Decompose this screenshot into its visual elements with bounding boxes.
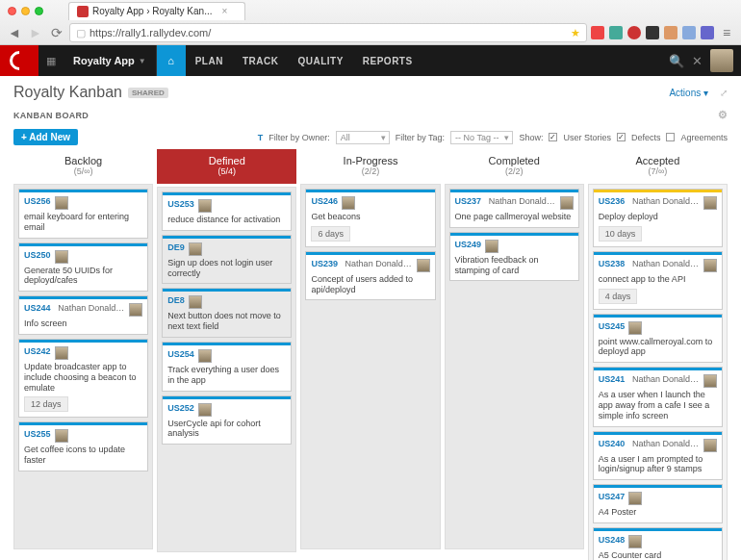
home-button[interactable]: ⌂ <box>157 45 186 76</box>
card[interactable]: US242Update broadcaster app to include c… <box>18 339 148 418</box>
card[interactable]: US246Get beacons6 days <box>305 189 435 247</box>
card-id[interactable]: DE8 <box>167 295 185 305</box>
card-title: A4 Poster <box>599 507 717 518</box>
card-id[interactable]: DE9 <box>167 242 185 252</box>
nav-track[interactable]: TRACK <box>233 45 289 76</box>
card-id[interactable]: US244 <box>24 303 51 313</box>
card-id[interactable]: US239 <box>311 259 338 268</box>
card[interactable]: US255Get coffee icons to update faster <box>18 421 148 471</box>
menu-icon[interactable]: ≡ <box>718 24 735 41</box>
column-body[interactable]: US237Nathan DonaldsonOne page callmeroya… <box>445 184 584 549</box>
card-title: A5 Counter card <box>599 550 717 560</box>
card-id[interactable]: US255 <box>24 429 51 439</box>
chevron-down-icon: ▼ <box>139 57 146 65</box>
card[interactable]: US241Nathan DonaldsonAs a user when I la… <box>593 367 723 426</box>
column-title: Accepted <box>590 155 726 166</box>
filter-owner-select[interactable]: All <box>336 131 390 144</box>
show-label: Show: <box>519 133 543 142</box>
card[interactable]: US238Nathan Donaldsonconnect app to the … <box>593 251 723 310</box>
card[interactable]: DE9Sign up does not login user correctly <box>162 235 292 285</box>
card-id[interactable]: US256 <box>24 196 51 206</box>
card[interactable]: US252UserCycle api for cohort analysis <box>162 395 292 445</box>
checkbox-agreements[interactable] <box>666 133 675 141</box>
card-id[interactable]: US241 <box>599 374 626 384</box>
card-avatar <box>485 240 498 253</box>
card[interactable]: US254Track everything a user does in the… <box>162 342 292 392</box>
card[interactable]: US236Nathan DonaldsonDeploy deployd10 da… <box>593 189 723 247</box>
card-title: Sign up does not login user correctly <box>167 258 286 279</box>
reload-icon[interactable]: ⟳ <box>48 24 65 41</box>
card[interactable]: US247A4 Poster <box>593 484 723 523</box>
card-owner: Nathan Donaldson <box>58 303 125 313</box>
extension-icons[interactable] <box>591 26 714 39</box>
card-title: Get coffee icons to update faster <box>24 445 142 466</box>
filter-icon[interactable]: T <box>258 133 264 142</box>
card-id[interactable]: US252 <box>167 403 194 413</box>
card-avatar <box>703 439 717 452</box>
card-id[interactable]: US254 <box>167 349 194 359</box>
shared-badge: SHARED <box>128 88 168 98</box>
card-avatar <box>342 196 355 210</box>
card-id[interactable]: US250 <box>24 250 51 260</box>
tools-icon[interactable]: ✕ <box>692 54 703 68</box>
card-id[interactable]: US237 <box>455 196 482 206</box>
app-switcher[interactable]: Royalty App ▼ <box>64 45 157 76</box>
card[interactable]: US256email keyboard for entering email <box>18 189 148 239</box>
add-new-button[interactable]: + Add New <box>13 129 78 145</box>
checkbox-user-stories[interactable] <box>549 133 557 141</box>
card[interactable]: US249Vibration feedback on stamping of c… <box>449 232 579 282</box>
card-id[interactable]: US253 <box>167 199 194 209</box>
card-title: Info screen <box>24 318 142 329</box>
column-body[interactable]: US256email keyboard for entering emailUS… <box>13 184 153 549</box>
star-icon[interactable]: ★ <box>571 27 580 39</box>
column-header: In-Progress(2/2) <box>300 149 440 184</box>
nav-reports[interactable]: REPORTS <box>353 45 422 76</box>
card[interactable]: US250Generate 50 UUIDs for deployd/cafes <box>18 242 148 293</box>
card-avatar <box>703 259 717 272</box>
workspace-icon[interactable]: ▦ <box>38 55 64 67</box>
card-id[interactable]: US248 <box>599 535 626 545</box>
back-icon[interactable]: ◄ <box>6 24 23 41</box>
home-icon: ⌂ <box>167 55 174 66</box>
browser-tab[interactable]: Royalty App › Royalty Kan... × <box>68 2 245 20</box>
brand-logo[interactable] <box>0 45 38 76</box>
card-age: 4 days <box>599 289 638 304</box>
card[interactable]: US237Nathan DonaldsonOne page callmeroya… <box>449 189 579 228</box>
address-bar[interactable]: ▢ https://rally1.rallydev.com/ ★ <box>69 23 587 42</box>
nav-quality[interactable]: QUALITY <box>288 45 352 76</box>
card-title: Vibration feedback on stamping of card <box>455 255 574 276</box>
column-body[interactable]: US253reduce distance for activationDE9Si… <box>157 187 296 552</box>
card-id[interactable]: US247 <box>599 492 626 501</box>
expand-icon[interactable]: ⤢ <box>720 88 728 98</box>
window-controls[interactable] <box>8 7 43 15</box>
gear-icon[interactable]: ⚙ <box>718 109 728 121</box>
card[interactable]: US240Nathan DonaldsonAs a user I am prom… <box>593 431 723 481</box>
search-icon[interactable]: 🔍 <box>669 54 684 68</box>
cb-label: Defects <box>631 133 661 142</box>
forward-icon[interactable]: ► <box>27 24 44 41</box>
card-id[interactable]: US238 <box>599 259 626 268</box>
card-id[interactable]: US246 <box>311 196 338 206</box>
column-body[interactable]: US246Get beacons6 daysUS239Nathan Donald… <box>300 184 440 549</box>
card-avatar <box>198 349 212 363</box>
card[interactable]: US244Nathan DonaldsonInfo screen <box>18 295 148 335</box>
actions-menu[interactable]: Actions ▾ <box>669 88 708 98</box>
close-icon[interactable]: × <box>222 6 228 16</box>
card-id[interactable]: US249 <box>455 240 482 249</box>
filter-tag-select[interactable]: -- No Tag -- <box>450 131 513 144</box>
checkbox-defects[interactable] <box>617 133 626 141</box>
card-id[interactable]: US240 <box>599 439 626 448</box>
column-body[interactable]: US236Nathan DonaldsonDeploy deployd10 da… <box>588 184 728 560</box>
card[interactable]: US253reduce distance for activation <box>162 191 292 231</box>
card-id[interactable]: US236 <box>599 196 626 206</box>
avatar[interactable] <box>710 49 733 72</box>
card-id[interactable]: US242 <box>24 346 51 356</box>
column-completed: Completed(2/2)US237Nathan DonaldsonOne p… <box>445 149 584 560</box>
card[interactable]: US239Nathan DonaldsonConcept of users ad… <box>305 251 435 301</box>
card-title: Track everything a user does in the app <box>167 365 286 386</box>
card[interactable]: DE8Next button does not move to next tex… <box>162 288 292 338</box>
nav-plan[interactable]: PLAN <box>186 45 233 76</box>
card-id[interactable]: US245 <box>599 321 626 331</box>
card[interactable]: US245point www.callmeroyal.com to deploy… <box>593 314 723 364</box>
card[interactable]: US248A5 Counter card <box>593 527 723 560</box>
